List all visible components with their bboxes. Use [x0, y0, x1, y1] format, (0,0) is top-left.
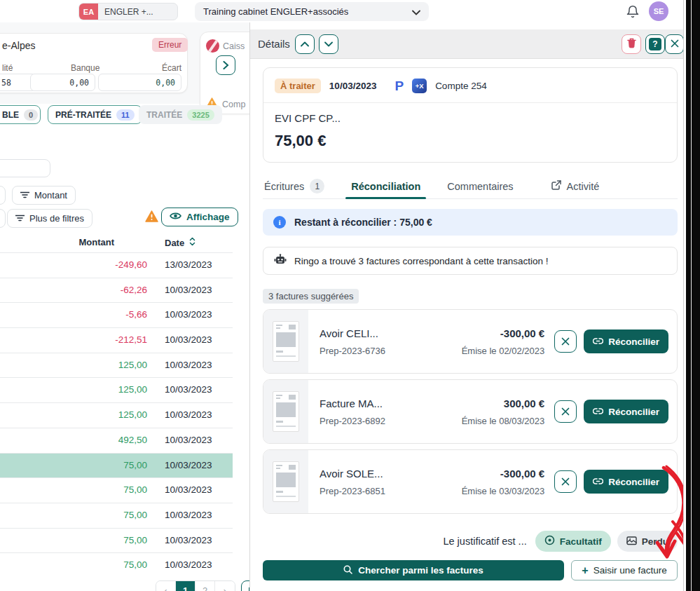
more-filters-label: Plus de filtres [29, 213, 84, 224]
row-date: 10/03/2023 [165, 384, 212, 395]
previous-transaction-button[interactable] [295, 34, 315, 54]
invoice-suggestion-card: Avoir CELI... Prep-2023-6736 -300,00 € É… [263, 309, 678, 374]
page-next-button[interactable]: › [215, 581, 235, 591]
sort-icon[interactable] [189, 237, 195, 248]
reconcile-label: Réconcilier [608, 337, 659, 347]
invoice-thumbnail[interactable] [263, 310, 308, 373]
details-footer: Chercher parmi les factures + Saisir une… [263, 560, 678, 580]
row-amount: 75,00 [123, 460, 147, 470]
tab-traitee[interactable]: TRAITÉE 3225 [139, 105, 222, 124]
tab-pre-traitee[interactable]: PRÉ-TRAITÉE 11 [48, 105, 142, 124]
row-date: 10/03/2023 [165, 559, 212, 570]
search-invoices-button[interactable]: Chercher parmi les factures [263, 560, 564, 580]
table-row[interactable]: 492,50 10/03/2023 [0, 428, 233, 453]
table-row[interactable]: -62,26 10/03/2023 [0, 278, 233, 303]
table-row[interactable]: -5,66 10/03/2023 [0, 302, 233, 327]
pennylane-logo-icon: P [394, 79, 404, 93]
cabinet-selector[interactable]: Training cabinet ENGLER+associés [195, 2, 429, 21]
help-button[interactable]: ? [645, 34, 665, 54]
reconcile-button[interactable]: Réconcilier [584, 470, 668, 494]
more-filters-button[interactable]: Plus de filtres [7, 209, 92, 228]
page-1-button[interactable]: 1 [176, 581, 195, 591]
cash-account-title: Caiss [223, 41, 245, 51]
suggestions-count-tag: 3 factures suggérées [263, 289, 359, 304]
value-banque: 0,00 [30, 74, 95, 91]
justificatif-lost-button[interactable]: Perdu [617, 531, 678, 552]
affichage-button[interactable]: Affichage [161, 208, 238, 226]
org-switcher[interactable]: EA ENGLER +... [78, 3, 178, 20]
details-tabs: Écritures 1 Réconciliation Commentaires … [263, 174, 678, 199]
table-row[interactable]: -249,60 13/03/2023 [0, 252, 233, 278]
page-prev-button[interactable]: ‹ [156, 581, 176, 591]
display-warning-icon [145, 210, 158, 225]
invoice-reference: Prep-2023-6892 [320, 416, 462, 426]
invoice-thumbnail[interactable] [263, 450, 308, 513]
document-preview-icon [273, 461, 299, 502]
filter-montant-button[interactable]: Montant [12, 186, 76, 205]
scrollbar[interactable] [683, 0, 700, 591]
pagination: ‹ 1 2 › [156, 580, 262, 591]
app-screen: EA ENGLER +... Training cabinet ENGLER+a… [0, 0, 700, 591]
tab-reconciliation-label: Réconciliation [351, 181, 420, 192]
table-row[interactable]: 125,00 10/03/2023 [0, 353, 233, 378]
dismiss-suggestion-button[interactable] [554, 330, 577, 353]
tab-traitable-label: BLE [2, 110, 19, 120]
row-date: 10/03/2023 [165, 460, 212, 470]
filter-button-cut[interactable] [0, 186, 6, 205]
table-row[interactable]: 75,00 10/03/2023 [0, 552, 233, 578]
table-row[interactable]: -212,51 10/03/2023 [0, 327, 233, 353]
link-icon [593, 477, 603, 487]
table-row[interactable]: 75,00 10/03/2023 [0, 528, 233, 553]
create-invoice-button[interactable]: + Saisir une facture [571, 560, 678, 580]
table-row[interactable]: 125,00 10/03/2023 [0, 377, 233, 402]
row-date: 10/03/2023 [165, 484, 212, 495]
filter-button-cut-2[interactable] [0, 209, 6, 228]
invoice-amount: 300,00 € [462, 398, 545, 409]
justificatif-optional-label: Facultatif [560, 536, 602, 547]
dismiss-suggestion-button[interactable] [554, 470, 577, 493]
table-header: Montant Date [0, 233, 233, 252]
org-badge: EA [79, 4, 98, 20]
tab-reconciliation[interactable]: Réconciliation [350, 174, 422, 198]
reconcile-button[interactable]: Réconcilier [584, 330, 668, 353]
invoice-amount: -300,00 € [462, 327, 545, 339]
tab-ecritures[interactable]: Écritures 1 [263, 174, 326, 198]
table-row[interactable]: 75,00 10/03/2023 [0, 453, 233, 478]
tab-ecritures-count: 1 [310, 179, 324, 193]
justificatif-label: Le justificatif est ... [443, 536, 526, 547]
page-2-button[interactable]: 2 [195, 581, 215, 591]
user-avatar[interactable]: SE [649, 1, 668, 21]
tab-activite[interactable]: Activité [550, 174, 601, 198]
org-name: ENGLER +... [98, 4, 177, 20]
row-amount: 125,00 [118, 360, 147, 370]
row-date: 13/03/2023 [165, 259, 212, 270]
row-amount: 125,00 [118, 409, 147, 420]
transaction-label: EVI CPF CP... [275, 112, 666, 124]
transactions-table: -249,60 13/03/2023 -62,26 10/03/2023 -5,… [0, 252, 233, 578]
notifications-bell-icon[interactable] [626, 5, 640, 19]
next-account-button[interactable] [216, 55, 235, 75]
table-row[interactable]: 75,00 10/03/2023 [0, 503, 233, 528]
row-amount: 75,00 [123, 535, 147, 545]
tab-traitable[interactable]: BLE 0 [0, 105, 41, 124]
transaction-account: Compte 254 [435, 81, 487, 91]
justificatif-row: Le justificatif est ... Facultatif Perdu [263, 531, 678, 552]
link-icon [593, 337, 603, 347]
row-date: 10/03/2023 [165, 334, 212, 345]
help-icon: ? [649, 38, 661, 50]
table-row[interactable]: 75,00 10/03/2023 [0, 477, 233, 503]
table-row[interactable]: 125,00 10/03/2023 [0, 402, 233, 428]
delete-button[interactable] [622, 34, 641, 54]
dismiss-suggestion-button[interactable] [554, 400, 577, 423]
row-date: 10/03/2023 [165, 435, 212, 445]
tab-traitable-count: 0 [24, 109, 38, 121]
tab-commentaires[interactable]: Commentaires [446, 174, 514, 198]
invoice-reference: Prep-2023-6851 [320, 486, 462, 496]
invoice-thumbnail[interactable] [263, 380, 308, 443]
justificatif-optional-button[interactable]: Facultatif [535, 531, 611, 552]
next-transaction-button[interactable] [319, 34, 338, 54]
search-input[interactable] [0, 159, 50, 177]
scrollbar-track[interactable] [686, 0, 700, 591]
close-panel-button[interactable] [665, 34, 684, 54]
reconcile-button[interactable]: Réconcilier [584, 400, 668, 423]
